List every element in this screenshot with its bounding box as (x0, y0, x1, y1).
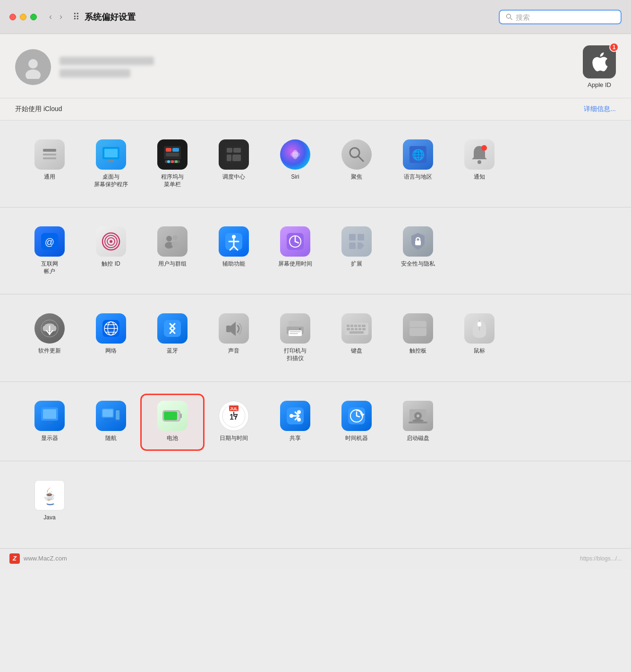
startup-icon (403, 401, 433, 431)
icloud-banner-text: 开始使用 iCloud (15, 105, 62, 113)
pref-sharing[interactable]: 共享 (264, 395, 326, 450)
keyboard-icon (341, 313, 372, 344)
svg-rect-51 (349, 234, 356, 241)
pref-network[interactable]: 网络 (80, 308, 142, 370)
users-label: 用户与群组 (158, 260, 187, 268)
close-button[interactable] (9, 14, 16, 20)
svg-rect-93 (104, 419, 111, 420)
pref-security[interactable]: 安全性与隐私 (387, 221, 449, 283)
pref-general[interactable]: 通用 (19, 134, 80, 196)
svg-rect-21 (227, 155, 231, 161)
pref-touchid[interactable]: 触控 ID (80, 221, 142, 283)
svg-point-29 (478, 160, 481, 164)
pref-java[interactable]: ☕ Java (19, 474, 80, 529)
internet-icon: @ (34, 226, 65, 257)
sharing-icon (280, 401, 310, 431)
footer: Z www.MacZ.com https://blogs.../... (0, 548, 631, 569)
svg-rect-5 (43, 154, 56, 155)
pref-extensions[interactable]: 扩展 (326, 221, 387, 283)
svg-rect-19 (227, 148, 232, 153)
pref-notifications[interactable]: 通知 (449, 134, 510, 196)
keyboard-label: 键盘 (351, 347, 362, 355)
pref-spotlight[interactable]: 聚焦 (326, 134, 387, 196)
java-icon: ☕ (34, 480, 65, 510)
startup-label: 启动磁盘 (407, 435, 429, 442)
svg-rect-70 (290, 333, 298, 334)
sound-label: 声音 (228, 347, 239, 355)
pref-dock[interactable]: 程序坞与菜单栏 (142, 134, 203, 196)
pref-startup[interactable]: 启动磁盘 (387, 395, 449, 450)
apple-id-icon-wrapper: 1 (583, 45, 616, 78)
svg-rect-79 (351, 328, 354, 330)
dock-label: 程序坞与菜单栏 (161, 173, 184, 188)
icloud-details-link[interactable]: 详细信息... (584, 105, 616, 113)
siri-label: Siri (291, 173, 299, 181)
search-input[interactable] (516, 13, 615, 21)
pref-accessibility[interactable]: 辅助功能 (203, 221, 264, 283)
network-icon (96, 313, 126, 344)
svg-rect-95 (116, 410, 119, 420)
pref-language[interactable]: 🌐 语言与地区 (387, 134, 449, 196)
svg-rect-87 (478, 322, 481, 327)
svg-point-36 (110, 240, 112, 243)
mouse-label: 鼠标 (474, 347, 485, 355)
pref-bluetooth[interactable]: 蓝牙 (142, 308, 203, 370)
pref-datetime[interactable]: JUL 17 日期与时间 (203, 395, 264, 450)
pref-users[interactable]: 用户与群组 (142, 221, 203, 283)
pref-keyboard[interactable]: 键盘 (326, 308, 387, 370)
svg-text:@: @ (45, 237, 54, 247)
notifications-label: 通知 (474, 173, 485, 181)
pref-internet[interactable]: @ 互联网帐户 (19, 221, 80, 283)
content: 1 Apple ID 开始使用 iCloud 详细信息... 通用 (0, 34, 631, 548)
back-button[interactable]: ‹ (46, 11, 55, 23)
maximize-button[interactable] (30, 14, 37, 20)
footer-url: https://blogs.../... (580, 555, 622, 562)
pref-printer[interactable]: 打印机与扫描仪 (264, 308, 326, 370)
software-label: 软件更新 (38, 347, 61, 355)
pref-siri[interactable]: Siri (264, 134, 326, 196)
svg-rect-69 (290, 331, 301, 332)
pref-mission[interactable]: 调度中心 (203, 134, 264, 196)
sidecar-label: 随航 (105, 435, 117, 442)
section-3-grid: 软件更新 网络 (19, 308, 612, 370)
svg-rect-81 (358, 328, 361, 330)
svg-rect-89 (43, 409, 56, 419)
svg-point-15 (167, 160, 170, 163)
minimize-button[interactable] (20, 14, 26, 20)
extensions-label: 扩展 (351, 260, 362, 268)
apple-id-button[interactable]: 1 Apple ID (583, 45, 616, 88)
avatar (15, 49, 51, 85)
printer-icon (280, 313, 310, 344)
apple-id-section: 1 Apple ID (0, 34, 631, 98)
username-line (60, 57, 154, 65)
java-label: Java (43, 514, 55, 522)
pref-sound[interactable]: 声音 (203, 308, 264, 370)
pref-mouse[interactable]: 鼠标 (449, 308, 510, 370)
pref-sidecar[interactable]: 随航 (80, 395, 142, 450)
footer-logo-icon: Z (9, 553, 20, 564)
pref-software[interactable]: 软件更新 (19, 308, 80, 370)
accessibility-label: 辅助功能 (222, 260, 245, 268)
pref-trackpad[interactable]: 触控板 (387, 308, 449, 370)
notifications-icon (464, 139, 495, 170)
traffic-lights (9, 14, 37, 20)
trackpad-icon (403, 313, 433, 344)
svg-point-3 (26, 69, 41, 79)
software-icon (34, 313, 65, 344)
footer-website: www.MacZ.com (24, 555, 67, 562)
svg-point-39 (173, 235, 178, 240)
svg-rect-83 (350, 331, 364, 334)
section-2-grid: @ 互联网帐户 触控 ID (19, 221, 612, 283)
titlebar: ‹ › ⠿ 系统偏好设置 (0, 0, 631, 34)
pref-screentime[interactable]: 屏幕使用时间 (264, 221, 326, 283)
section-last-grid: ☕ Java (19, 474, 612, 529)
desktop-icon (96, 139, 126, 170)
grid-icon[interactable]: ⠿ (73, 11, 80, 23)
forward-button[interactable]: › (57, 11, 65, 23)
window-title: 系统偏好设置 (85, 11, 136, 23)
pref-desktop[interactable]: 桌面与屏幕保护程序 (80, 134, 142, 196)
pref-battery[interactable]: 电池 (142, 395, 203, 450)
timemachine-icon (341, 401, 372, 431)
pref-timemachine[interactable]: 时间机器 (326, 395, 387, 450)
pref-display[interactable]: 显示器 (19, 395, 80, 450)
